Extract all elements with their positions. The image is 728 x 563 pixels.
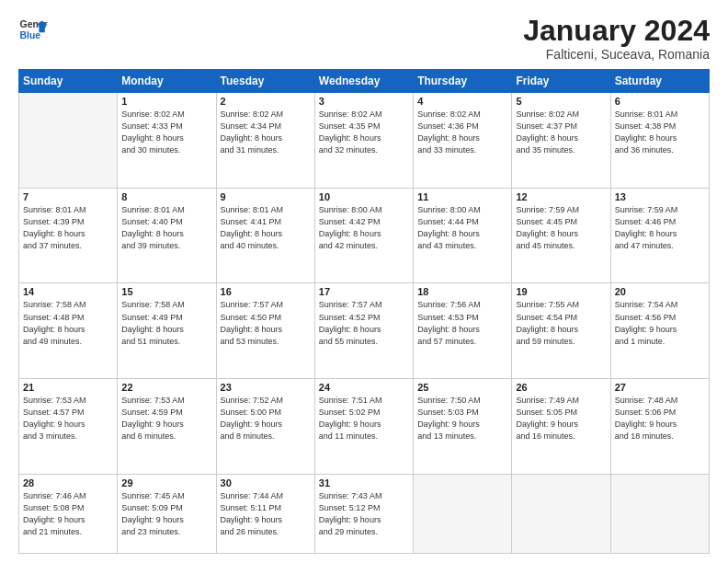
day-number: 23 (221, 382, 311, 393)
table-row: 3Sunrise: 8:02 AMSunset: 4:35 PMDaylight… (314, 93, 413, 189)
table-row: 23Sunrise: 7:52 AMSunset: 5:00 PMDayligh… (216, 379, 314, 475)
header-monday: Monday (118, 70, 216, 93)
day-number: 29 (121, 477, 211, 488)
day-info: Sunrise: 8:02 AMSunset: 4:35 PMDaylight:… (319, 109, 409, 156)
day-info: Sunrise: 7:54 AMSunset: 4:56 PMDaylight:… (615, 299, 705, 347)
day-number: 20 (615, 286, 705, 297)
day-number: 27 (615, 382, 705, 393)
subtitle: Falticeni, Suceava, Romania (523, 47, 710, 62)
day-info: Sunrise: 7:57 AMSunset: 4:52 PMDaylight:… (319, 299, 409, 347)
calendar-week-row: 14Sunrise: 7:58 AMSunset: 4:48 PMDayligh… (19, 283, 710, 379)
day-info: Sunrise: 7:59 AMSunset: 4:46 PMDaylight:… (615, 204, 705, 252)
logo-icon: General Blue (18, 15, 48, 44)
day-number: 21 (23, 382, 113, 393)
table-row: 14Sunrise: 7:58 AMSunset: 4:48 PMDayligh… (19, 283, 118, 379)
day-info: Sunrise: 7:49 AMSunset: 5:05 PMDaylight:… (516, 395, 606, 442)
svg-text:Blue: Blue (20, 30, 41, 40)
table-row: 22Sunrise: 7:53 AMSunset: 4:59 PMDayligh… (118, 379, 216, 475)
day-number: 14 (23, 286, 113, 297)
day-number: 18 (417, 286, 507, 297)
day-info: Sunrise: 8:01 AMSunset: 4:40 PMDaylight:… (121, 204, 211, 252)
table-row: 15Sunrise: 7:58 AMSunset: 4:49 PMDayligh… (118, 283, 216, 379)
table-row: 4Sunrise: 8:02 AMSunset: 4:36 PMDaylight… (414, 93, 512, 189)
table-row: 29Sunrise: 7:45 AMSunset: 5:09 PMDayligh… (118, 474, 216, 553)
day-number: 30 (221, 477, 311, 488)
table-row: 13Sunrise: 7:59 AMSunset: 4:46 PMDayligh… (610, 188, 709, 283)
table-row: 28Sunrise: 7:46 AMSunset: 5:08 PMDayligh… (19, 474, 118, 553)
day-number: 15 (121, 286, 211, 297)
day-info: Sunrise: 7:44 AMSunset: 5:11 PMDaylight:… (221, 490, 311, 538)
day-number: 25 (417, 382, 507, 393)
day-number: 28 (23, 477, 113, 488)
table-row: 2Sunrise: 8:02 AMSunset: 4:34 PMDaylight… (216, 93, 314, 189)
day-number: 13 (615, 191, 705, 202)
day-number: 19 (516, 286, 606, 297)
calendar-table: Sunday Monday Tuesday Wednesday Thursday… (18, 69, 710, 554)
day-number: 6 (615, 96, 705, 107)
table-row: 26Sunrise: 7:49 AMSunset: 5:05 PMDayligh… (512, 379, 610, 475)
day-info: Sunrise: 7:45 AMSunset: 5:09 PMDaylight:… (121, 490, 211, 538)
table-row: 11Sunrise: 8:00 AMSunset: 4:44 PMDayligh… (414, 188, 512, 283)
day-info: Sunrise: 7:59 AMSunset: 4:45 PMDaylight:… (516, 204, 606, 252)
day-number: 7 (23, 191, 113, 202)
table-row (512, 474, 610, 553)
calendar-week-row: 28Sunrise: 7:46 AMSunset: 5:08 PMDayligh… (19, 474, 710, 553)
day-info: Sunrise: 7:53 AMSunset: 4:57 PMDaylight:… (23, 395, 113, 442)
main-title: January 2024 (523, 15, 710, 47)
calendar-week-row: 1Sunrise: 8:02 AMSunset: 4:33 PMDaylight… (19, 93, 710, 189)
table-row: 27Sunrise: 7:48 AMSunset: 5:06 PMDayligh… (610, 379, 709, 475)
day-info: Sunrise: 7:58 AMSunset: 4:49 PMDaylight:… (121, 299, 211, 347)
day-number: 4 (417, 96, 507, 107)
table-row: 12Sunrise: 7:59 AMSunset: 4:45 PMDayligh… (512, 188, 610, 283)
table-row: 19Sunrise: 7:55 AMSunset: 4:54 PMDayligh… (512, 283, 610, 379)
header-saturday: Saturday (610, 70, 709, 93)
day-info: Sunrise: 8:02 AMSunset: 4:33 PMDaylight:… (121, 109, 211, 156)
day-number: 26 (516, 382, 606, 393)
header-friday: Friday (512, 70, 610, 93)
table-row: 18Sunrise: 7:56 AMSunset: 4:53 PMDayligh… (414, 283, 512, 379)
table-row: 30Sunrise: 7:44 AMSunset: 5:11 PMDayligh… (216, 474, 314, 553)
table-row (19, 93, 118, 189)
day-number: 5 (516, 96, 606, 107)
day-number: 3 (319, 96, 409, 107)
table-row: 8Sunrise: 8:01 AMSunset: 4:40 PMDaylight… (118, 188, 216, 283)
header: General Blue January 2024 Falticeni, Suc… (18, 15, 710, 62)
day-info: Sunrise: 7:56 AMSunset: 4:53 PMDaylight:… (417, 299, 507, 347)
table-row: 25Sunrise: 7:50 AMSunset: 5:03 PMDayligh… (414, 379, 512, 475)
day-number: 11 (417, 191, 507, 202)
day-info: Sunrise: 8:02 AMSunset: 4:34 PMDaylight:… (221, 109, 311, 156)
day-info: Sunrise: 8:02 AMSunset: 4:37 PMDaylight:… (516, 109, 606, 156)
day-number: 10 (319, 191, 409, 202)
day-info: Sunrise: 8:00 AMSunset: 4:42 PMDaylight:… (319, 204, 409, 252)
table-row: 31Sunrise: 7:43 AMSunset: 5:12 PMDayligh… (314, 474, 413, 553)
day-info: Sunrise: 7:50 AMSunset: 5:03 PMDaylight:… (417, 395, 507, 442)
day-info: Sunrise: 7:43 AMSunset: 5:12 PMDaylight:… (319, 490, 409, 538)
calendar-week-row: 21Sunrise: 7:53 AMSunset: 4:57 PMDayligh… (19, 379, 710, 475)
day-info: Sunrise: 8:00 AMSunset: 4:44 PMDaylight:… (417, 204, 507, 252)
day-number: 22 (121, 382, 211, 393)
header-wednesday: Wednesday (314, 70, 413, 93)
day-info: Sunrise: 7:57 AMSunset: 4:50 PMDaylight:… (221, 299, 311, 347)
table-row (414, 474, 512, 553)
day-info: Sunrise: 8:02 AMSunset: 4:36 PMDaylight:… (417, 109, 507, 156)
day-number: 8 (121, 191, 211, 202)
day-info: Sunrise: 8:01 AMSunset: 4:41 PMDaylight:… (221, 204, 311, 252)
table-row: 24Sunrise: 7:51 AMSunset: 5:02 PMDayligh… (314, 379, 413, 475)
table-row: 9Sunrise: 8:01 AMSunset: 4:41 PMDaylight… (216, 188, 314, 283)
table-row: 6Sunrise: 8:01 AMSunset: 4:38 PMDaylight… (610, 93, 709, 189)
table-row: 17Sunrise: 7:57 AMSunset: 4:52 PMDayligh… (314, 283, 413, 379)
day-number: 12 (516, 191, 606, 202)
day-number: 1 (121, 96, 211, 107)
day-info: Sunrise: 7:58 AMSunset: 4:48 PMDaylight:… (23, 299, 113, 347)
header-thursday: Thursday (414, 70, 512, 93)
table-row: 10Sunrise: 8:00 AMSunset: 4:42 PMDayligh… (314, 188, 413, 283)
day-info: Sunrise: 7:51 AMSunset: 5:02 PMDaylight:… (319, 395, 409, 442)
day-number: 9 (221, 191, 311, 202)
table-row: 16Sunrise: 7:57 AMSunset: 4:50 PMDayligh… (216, 283, 314, 379)
day-info: Sunrise: 8:01 AMSunset: 4:39 PMDaylight:… (23, 204, 113, 252)
day-number: 24 (319, 382, 409, 393)
table-row: 21Sunrise: 7:53 AMSunset: 4:57 PMDayligh… (19, 379, 118, 475)
day-info: Sunrise: 7:48 AMSunset: 5:06 PMDaylight:… (615, 395, 705, 442)
day-info: Sunrise: 8:01 AMSunset: 4:38 PMDaylight:… (615, 109, 705, 156)
day-info: Sunrise: 7:46 AMSunset: 5:08 PMDaylight:… (23, 490, 113, 538)
